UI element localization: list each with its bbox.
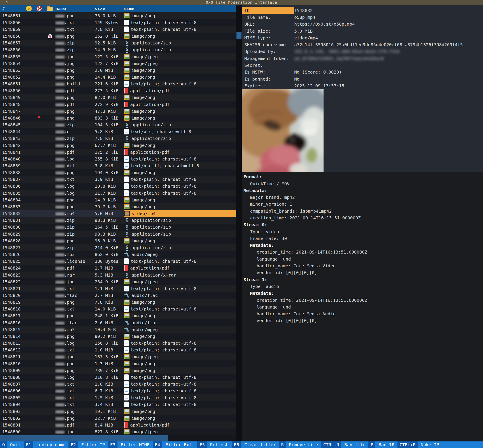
table-row[interactable]: 1548848 ●●●●.pdf 272.9 KiB application/p…	[0, 101, 236, 108]
detail-label: Uploaded by:	[242, 49, 294, 54]
table-row[interactable]: 1548851 ●●●●.build 221.6 KiB text/plain;…	[0, 80, 236, 87]
file-name: ●●●●.png	[55, 204, 95, 209]
fn-action-button[interactable]: Clear filter	[241, 441, 279, 448]
table-row[interactable]: 1548861 ●●●●.png 73.0 KiB image/png	[0, 12, 236, 19]
table-row[interactable]: 1548847 ●●●●.png 47.3 KiB image/png	[0, 108, 236, 114]
table-row[interactable]: 1548833 ●●●●.png 79.7 KiB image/png	[0, 203, 236, 210]
table-row[interactable]: 1548857 ●●●●.zip 92.5 KiB Gapplication/z…	[0, 40, 236, 46]
table-row[interactable]: 1548852 ●●●●.png 14.4 KiB image/png	[0, 73, 236, 80]
file-id: 1548821	[0, 286, 24, 291]
table-row[interactable]: 1548853 ●●●●.png 2.0 MiB image/png	[0, 67, 236, 73]
table-row[interactable]: 1548829 ●●●●.zip 98.3 KiB Gapplication/z…	[0, 231, 236, 237]
table-row[interactable]: 1548842 ●●●●.png 67.7 KiB image/png	[0, 142, 236, 149]
table-row[interactable]: 1548850 ●●●●.pdf 273.5 KiB application/p…	[0, 87, 236, 94]
table-row[interactable]: 1548837 ●●●●.txt 3.9 KiB text/plain; cha…	[0, 176, 236, 183]
table-row[interactable]: 1548804 ●●●●.txt 3.4 KiB text/plain; cha…	[0, 401, 236, 408]
file-name: ●●●●.flac	[55, 293, 95, 298]
table-row[interactable]: 1548831 ●●●●.zip 98.3 KiB Gapplication/z…	[0, 217, 236, 224]
table-row[interactable]: 1548859 ●●●●.txt 7.8 KiB text/plain; cha…	[0, 26, 236, 33]
vertical-scrollbar-thumb[interactable]	[236, 32, 242, 39]
table-row[interactable]: 1548811 ●●●●.jpg 137.3 KiB image/jpeg	[0, 353, 236, 360]
table-row[interactable]: 1548801 ●●●●.pdf 8.4 MiB application/pdf	[0, 422, 236, 428]
table-row[interactable]: 1548808 ●●●●.log 210.8 KiB text/plain; c…	[0, 374, 236, 381]
table-row[interactable]: 1548806 ●●●●.txt 6.7 KiB text/plain; cha…	[0, 388, 236, 394]
fn-key[interactable]: F4	[153, 441, 162, 448]
fn-key[interactable]: F3	[108, 441, 117, 448]
table-row[interactable]: 1548858 ●●●●.png 152.0 KiB image/png	[0, 33, 236, 40]
table-row[interactable]: 1548815 ●●●●.mp3 10.4 MiB audio/mpeg	[0, 326, 236, 333]
fn-action-button[interactable]: Ban file	[341, 441, 368, 448]
table-row[interactable]: 1548860 ●●●●.txt 149 Bytes text/plain; c…	[0, 19, 236, 26]
table-row[interactable]: 1548816 ●●●●.flac 2.6 MiB audio/flac	[0, 319, 236, 326]
table-row[interactable]: 1548812 ●●●●.txt 1.0 MiB text/plain; cha…	[0, 347, 236, 353]
table-row[interactable]: 1548813 ●●●●.log 156.8 KiB text/plain; c…	[0, 340, 236, 347]
fn-action-button[interactable]: Quit	[7, 441, 24, 448]
table-row[interactable]: 1548802 ●●●●.png 22.7 KiB image/png	[0, 415, 236, 422]
table-row[interactable]: 1548855 ●●●●.jpg 122.5 KiB image/jpeg	[0, 53, 236, 60]
table-row[interactable]: 1548809 ●●●●.png 739.7 KiB image/png	[0, 367, 236, 374]
table-row[interactable]: 1548843 ●●●●.zip 7.8 KiB Gapplication/zi…	[0, 135, 236, 142]
table-row[interactable]: 1548844 ●●●●.c 5.8 KiB text/x-c; charset…	[0, 128, 236, 135]
fn-action-button[interactable]: Filter IP	[78, 441, 108, 448]
table-row[interactable]: 1548824 ●●●●.pdf 1.7 MiB application/pdf	[0, 265, 236, 272]
fn-key[interactable]: F1	[24, 441, 33, 448]
fn-action-button[interactable]: Filter Ext.	[162, 441, 197, 448]
fn-action-button[interactable]: Remove file	[286, 441, 321, 448]
table-row[interactable]: 1548822 ●●●●.jpg 234.9 KiB image/jpeg	[0, 278, 236, 285]
table-row[interactable]: 1548817 ●●●●.png 248.1 KiB image/png	[0, 312, 236, 319]
table-row[interactable]: 1548820 ●●●●.flac 2.7 MiB audio/flac	[0, 292, 236, 299]
fn-key[interactable]: CTRL+R	[321, 441, 341, 448]
horizontal-scrollbar[interactable]	[0, 435, 236, 441]
table-row[interactable]: 1548830 ●●●●.zip 164.5 KiB Gapplication/…	[0, 224, 236, 231]
fn-action-button[interactable]: Ban IP	[375, 441, 397, 448]
file-mime: text/plain; charset=utf-8	[124, 401, 236, 408]
fn-key[interactable]: R	[279, 441, 286, 448]
fn-key[interactable]: CTRL+P	[397, 441, 418, 448]
detail-label: MIME type:	[242, 35, 294, 40]
table-row[interactable]: 1548814 ●●●●.png 80.2 KiB image/png	[0, 333, 236, 340]
fn-key[interactable]: F6	[232, 441, 241, 448]
file-size: 122.5 KiB	[95, 54, 124, 59]
file-name: ●●●●.jpg	[55, 61, 95, 66]
fn-key[interactable]: Q	[0, 441, 7, 448]
file-id: 1548842	[0, 143, 24, 148]
table-row[interactable]: 1548849 ●●●●.png 82.0 KiB image/png	[0, 94, 236, 101]
table-row[interactable]: 1548856 ●●●●.zip 14.5 MiB Gapplication/z…	[0, 46, 236, 53]
table-row[interactable]: 1548800 ●●●●.jpg 827.8 KiB image/jpeg	[0, 429, 236, 435]
table-row[interactable]: 1548846 ●●●●.png 883.3 KiB image/png	[0, 114, 236, 121]
table-row[interactable]: 1548835 ●●●●.log 11.7 KiB text/plain; ch…	[0, 190, 236, 196]
detail-value: 2023-12-09 13:37:15	[294, 83, 483, 88]
table-row[interactable]: 1548810 ●●●●.png 1.3 MiB image/png	[0, 360, 236, 367]
fn-key[interactable]: F5	[197, 441, 207, 448]
fn-key[interactable]: F2	[69, 441, 78, 448]
table-row[interactable]: 1548838 ●●●●.png 194.0 KiB image/png	[0, 169, 236, 176]
horizontal-scrollbar-thumb[interactable]	[0, 435, 168, 441]
table-row[interactable]: 1548836 ●●●●.log 10.8 KiB text/plain; ch…	[0, 183, 236, 190]
fn-key[interactable]: P	[368, 441, 375, 448]
table-row[interactable]: 1548821 ●●●●.txt 1.1 MiB text/plain; cha…	[0, 285, 236, 292]
table-row[interactable]: 1548805 ●●●●.txt 1.5 KiB text/plain; cha…	[0, 394, 236, 401]
table-row[interactable]: 1548828 ●●●●.png 96.3 KiB image/png	[0, 237, 236, 244]
table-row[interactable]: 1548834 ●●●●.png 14.3 KiB image/png	[0, 196, 236, 203]
table-row[interactable]: 1548854 ●●●●.jpg 122.7 KiB image/jpeg	[0, 60, 236, 67]
table-row[interactable]: 1548832 ●●●●.mp4 5.0 MiB video/mp4	[0, 210, 236, 217]
table-row[interactable]: 1548826 ●●●●.mp3 862.0 KiB audio/mpeg	[0, 251, 236, 258]
fn-action-button[interactable]: Refresh	[207, 441, 231, 448]
file-name: ●●●●.png	[55, 238, 95, 243]
table-row[interactable]: 1548839 ●●●●.diff 3.8 KiB text/x-diff; c…	[0, 162, 236, 169]
table-row[interactable]: 1548825 ●●●●.license 380 Bytes text/plai…	[0, 258, 236, 265]
file-mime: text/plain; charset=utf-8	[124, 190, 236, 196]
fn-action-button[interactable]: Nuke IP	[418, 441, 483, 448]
table-row[interactable]: 1548841 ●●●●.pdf 175.2 KiB application/p…	[0, 149, 236, 155]
table-row[interactable]: 1548823 ●●●●.rar 5.3 MiB Gapplication/x-…	[0, 272, 236, 278]
table-row[interactable]: 1548803 ●●●●.png 19.1 KiB image/png	[0, 408, 236, 415]
table-row[interactable]: 1548819 ●●●●.png 7.8 KiB image/png	[0, 299, 236, 306]
table-row[interactable]: 1548818 ●●●●.txt 14.0 KiB text/plain; ch…	[0, 306, 236, 312]
table-row[interactable]: 1548840 ●●●●.log 255.8 KiB text/plain; c…	[0, 155, 236, 162]
table-row[interactable]: 1548827 ●●●●.zip 214.0 KiB Gapplication/…	[0, 244, 236, 251]
vertical-scrollbar[interactable]	[236, 5, 242, 441]
table-row[interactable]: 1548845 ●●●●.zip 104.3 KiB Gapplication/…	[0, 121, 236, 128]
fn-action-button[interactable]: Lookup name	[33, 441, 68, 448]
fn-action-button[interactable]: Filter MIME	[117, 441, 152, 448]
table-row[interactable]: 1548807 ●●●●.txt 1.8 KiB text/plain; cha…	[0, 381, 236, 387]
